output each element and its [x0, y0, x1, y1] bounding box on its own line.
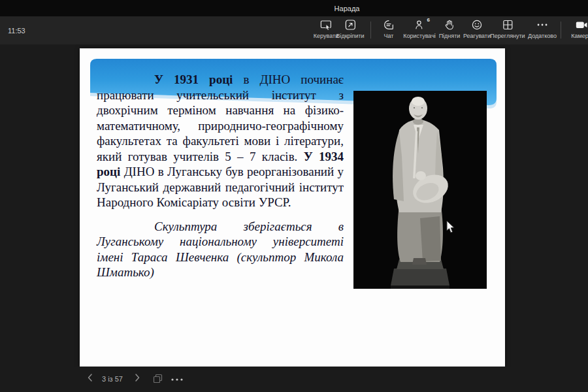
- smiley-icon: [471, 19, 483, 31]
- camera-on-icon: [576, 19, 587, 31]
- unpin-button[interactable]: Відкріпити: [336, 19, 364, 39]
- mouse-cursor: [446, 220, 456, 235]
- slide-page-indicator: 3 із 57: [102, 375, 123, 383]
- more-options-button[interactable]: Додатково: [528, 19, 557, 39]
- toolbar-separator: [561, 22, 561, 39]
- unpin-popout-icon: [344, 19, 356, 31]
- raise-hand-label: Підняти: [439, 33, 461, 39]
- take-control-label: Керувати: [314, 33, 338, 39]
- raised-hand-icon: [444, 19, 455, 31]
- meeting-clock: 11:53: [8, 27, 25, 35]
- window-title-bar: Нарада: [0, 0, 588, 16]
- presentation-pager-bar: 3 із 57: [0, 367, 588, 392]
- next-slide-button[interactable]: [133, 372, 142, 385]
- view-label: Переглянути: [490, 33, 525, 39]
- shared-presentation-slide: У 1931 році в ДІНО починає працювати учи…: [80, 48, 505, 367]
- unpin-label: Відкріпити: [336, 33, 364, 39]
- camera-label: Камера: [571, 33, 588, 39]
- take-control-button[interactable]: Керувати: [314, 19, 338, 39]
- react-button[interactable]: Реагувати: [463, 19, 491, 39]
- participants-person-icon: 6: [414, 19, 425, 31]
- camera-toggle-button[interactable]: Камера: [571, 19, 588, 39]
- more-options-label: Додатково: [528, 33, 557, 39]
- screen-control-icon: [319, 19, 332, 31]
- slide-text: У 1931 році в ДІНО починає працювати учи…: [97, 72, 344, 280]
- participants-count-badge: 6: [427, 17, 430, 23]
- meeting-title: Нарада: [335, 5, 360, 12]
- teams-meeting-window: Нарада 11:53 Керувати Відкріпити: [0, 0, 588, 392]
- view-button[interactable]: Переглянути: [490, 19, 525, 39]
- slide-paragraph: У 1931 році в ДІНО починає працювати учи…: [97, 72, 344, 210]
- grid-view-icon: [502, 19, 514, 31]
- react-label: Реагувати: [463, 33, 491, 39]
- chat-button[interactable]: Чат: [383, 19, 395, 39]
- chat-bubble-icon: [383, 19, 395, 31]
- chat-label: Чат: [384, 33, 394, 39]
- participants-button[interactable]: 6 Користувачі: [403, 19, 436, 39]
- pager-more-options-button[interactable]: [170, 374, 186, 386]
- ellipsis-icon: [536, 19, 549, 31]
- raise-hand-button[interactable]: Підняти: [439, 19, 461, 39]
- shevchenko-sculpture-photo: [353, 91, 487, 289]
- toolbar-separator: [370, 22, 371, 39]
- slide-paragraph: Скульптура зберігається в Луганському на…: [97, 219, 344, 280]
- previous-slide-button[interactable]: [86, 372, 95, 385]
- participants-label: Користувачі: [403, 33, 436, 39]
- slide-thumbnails-button[interactable]: [152, 373, 163, 387]
- meeting-toolbar: 11:53 Керувати Відкріпити: [0, 16, 588, 44]
